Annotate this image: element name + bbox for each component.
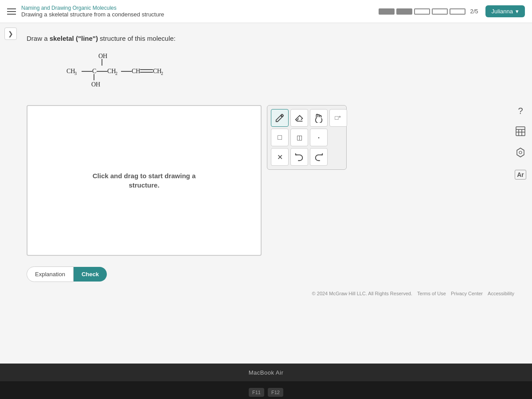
svg-text:3: 3 bbox=[74, 71, 77, 76]
progress-bar: 2/5 bbox=[379, 8, 478, 15]
svg-point-23 bbox=[519, 151, 522, 154]
svg-text:2: 2 bbox=[115, 71, 117, 76]
pencil-tool[interactable] bbox=[271, 109, 289, 127]
empty-tool-1 bbox=[329, 129, 347, 146]
svg-text:2: 2 bbox=[161, 71, 163, 76]
chevron-down-icon: ▾ bbox=[516, 8, 519, 15]
eraser-tool[interactable] bbox=[290, 109, 308, 127]
ar-button[interactable]: Ar bbox=[512, 167, 528, 183]
copyright-text: © 2024 McGraw Hill LLC. All Rights Reser… bbox=[312, 291, 412, 296]
molecule-display: OH CH 3 C CH 2 CH bbox=[40, 50, 521, 94]
empty-tool-2 bbox=[329, 148, 347, 166]
user-menu-button[interactable]: Julianna ▾ bbox=[485, 5, 525, 17]
terms-link[interactable]: Terms of Use bbox=[417, 291, 446, 296]
top-bar-right: 2/5 Julianna ▾ bbox=[379, 5, 525, 17]
progress-seg-4 bbox=[432, 8, 448, 15]
progress-seg-2 bbox=[396, 8, 412, 15]
svg-text:OH: OH bbox=[98, 53, 107, 59]
undo-tool[interactable] bbox=[290, 148, 308, 166]
svg-text:CH: CH bbox=[66, 68, 75, 74]
progress-text: 2/5 bbox=[470, 8, 478, 15]
drawing-canvas[interactable]: Click and drag to start drawing a struct… bbox=[27, 105, 262, 256]
select-multi-tool[interactable]: ◫ bbox=[290, 129, 308, 146]
hexagon-icon bbox=[515, 147, 526, 160]
accessibility-link[interactable]: Accessibility bbox=[488, 291, 514, 296]
svg-text:OH: OH bbox=[91, 81, 100, 88]
svg-rect-17 bbox=[516, 127, 525, 136]
keyboard-area: F11 F12 bbox=[0, 381, 532, 399]
ar-icon: Ar bbox=[515, 170, 526, 180]
dot-tool[interactable]: · bbox=[310, 129, 328, 146]
check-button[interactable]: Check bbox=[74, 267, 107, 282]
right-sidebar: ? Ar bbox=[512, 103, 528, 183]
question-prompt: Draw a skeletal ("line") structure of th… bbox=[27, 35, 521, 42]
delete-tool[interactable]: ✕ bbox=[271, 148, 289, 166]
help-icon: ? bbox=[518, 106, 523, 116]
key-f12[interactable]: F12 bbox=[268, 388, 283, 397]
user-label: Julianna bbox=[492, 8, 513, 15]
svg-marker-22 bbox=[517, 148, 524, 157]
help-button[interactable]: ? bbox=[512, 103, 528, 119]
course-title: Naming and Drawing Organic Molecules bbox=[21, 5, 164, 11]
main-content: ❯ Draw a skeletal ("line") structure of … bbox=[0, 23, 532, 364]
macbook-bar: MacBook Air bbox=[0, 364, 532, 381]
hand-tool[interactable] bbox=[310, 109, 328, 127]
title-block: Naming and Drawing Organic Molecules Dra… bbox=[21, 5, 164, 18]
table-button[interactable] bbox=[512, 124, 528, 140]
action-buttons: Explanation Check bbox=[27, 266, 521, 282]
hamburger-menu[interactable] bbox=[7, 8, 16, 15]
privacy-link[interactable]: Privacy Center bbox=[451, 291, 483, 296]
collapse-button[interactable]: ❯ bbox=[4, 27, 17, 40]
svg-text:CH: CH bbox=[107, 68, 116, 74]
top-bar: Naming and Drawing Organic Molecules Dra… bbox=[0, 0, 532, 23]
progress-seg-5 bbox=[450, 8, 466, 15]
footer-copyright: © 2024 McGraw Hill LLC. All Rights Reser… bbox=[11, 289, 521, 296]
lesson-title: Drawing a skeletal structure from a cond… bbox=[21, 11, 164, 18]
svg-text:CH: CH bbox=[132, 68, 140, 74]
explanation-button[interactable]: Explanation bbox=[27, 266, 74, 282]
drawing-section: Click and drag to start drawing a struct… bbox=[27, 105, 521, 256]
redo-tool[interactable] bbox=[310, 148, 328, 166]
table-icon bbox=[515, 126, 526, 139]
add-node-tool[interactable]: □⁺ bbox=[329, 109, 347, 127]
canvas-hint-line2: structure. bbox=[129, 181, 159, 189]
key-f11[interactable]: F11 bbox=[249, 388, 264, 397]
progress-seg-3 bbox=[414, 8, 430, 15]
select-tool[interactable]: □ bbox=[271, 129, 289, 146]
drawing-toolbar: □⁺ □ ◫ · ✕ bbox=[267, 105, 347, 170]
macbook-label: MacBook Air bbox=[249, 369, 283, 376]
progress-seg-1 bbox=[379, 8, 395, 15]
molecule-3d-button[interactable] bbox=[512, 145, 528, 161]
svg-text:C: C bbox=[92, 68, 96, 74]
canvas-hint-line1: Click and drag to start drawing a bbox=[93, 172, 196, 180]
top-bar-left: Naming and Drawing Organic Molecules Dra… bbox=[7, 5, 164, 18]
chevron-left-icon: ❯ bbox=[8, 30, 13, 37]
svg-text:CH: CH bbox=[153, 68, 161, 74]
molecule-svg: OH CH 3 C CH 2 CH bbox=[40, 50, 191, 94]
